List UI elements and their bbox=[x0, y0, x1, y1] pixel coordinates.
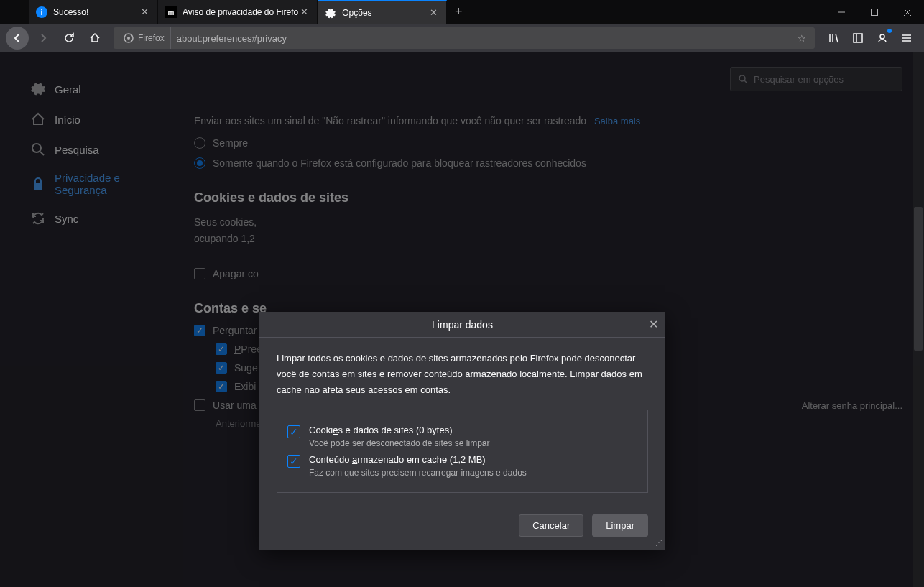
menu-button[interactable] bbox=[895, 27, 918, 50]
resize-handle[interactable]: ⋰ bbox=[655, 539, 662, 547]
svg-point-15 bbox=[880, 34, 884, 39]
tab-title: Opções bbox=[342, 8, 428, 18]
svg-line-12 bbox=[836, 34, 838, 42]
url-text: about:preferences#privacy bbox=[171, 33, 793, 44]
checkbox-cookies[interactable]: ✓ bbox=[287, 425, 300, 438]
account-button[interactable] bbox=[871, 27, 894, 50]
home-button[interactable] bbox=[83, 27, 106, 50]
new-tab-button[interactable]: + bbox=[447, 0, 470, 24]
svg-text:m: m bbox=[168, 9, 175, 17]
dialog-title: Limpar dados bbox=[432, 319, 493, 331]
svg-rect-5 bbox=[872, 9, 878, 15]
firefox-icon bbox=[124, 33, 134, 43]
close-icon[interactable]: ✕ bbox=[139, 6, 150, 18]
opt-cookies-title: Cookies e dados de sites (0 bytes) bbox=[309, 425, 489, 435]
mozilla-icon: m bbox=[165, 6, 177, 18]
back-button[interactable] bbox=[6, 27, 29, 50]
opt-cache-sub: Faz com que sites precisem recarregar im… bbox=[309, 468, 527, 478]
checkbox-cache[interactable]: ✓ bbox=[287, 455, 300, 468]
close-icon[interactable]: ✕ bbox=[428, 7, 439, 19]
tab-title: Aviso de privacidade do Firefo bbox=[183, 7, 298, 17]
minimize-button[interactable] bbox=[825, 0, 858, 24]
svg-point-9 bbox=[127, 37, 130, 40]
info-icon: i bbox=[36, 6, 47, 18]
forward-button[interactable] bbox=[32, 27, 55, 50]
library-button[interactable] bbox=[822, 27, 845, 50]
clear-data-dialog: Limpar dados ✕ Limpar todos os cookies e… bbox=[259, 312, 665, 550]
close-icon[interactable]: ✕ bbox=[298, 6, 310, 18]
dialog-body-text: Limpar todos os cookies e dados de sites… bbox=[277, 351, 648, 398]
opt-cache-title: Conteúdo armazenado em cache (1,2 MB) bbox=[309, 454, 527, 465]
opt-cookies-sub: Você pode ser desconectado de sites se l… bbox=[309, 438, 489, 448]
cancel-button[interactable]: Cancelar bbox=[519, 514, 583, 537]
tab-aviso[interactable]: m Aviso de privacidade do Firefo ✕ bbox=[158, 0, 318, 24]
bookmark-star-icon[interactable]: ☆ bbox=[793, 33, 810, 44]
reload-button[interactable] bbox=[57, 27, 80, 50]
tab-title: Sucesso! bbox=[53, 7, 139, 17]
gear-icon bbox=[325, 7, 336, 19]
tab-sucesso[interactable]: i Sucesso! ✕ bbox=[29, 0, 158, 24]
url-bar[interactable]: Firefox about:preferences#privacy ☆ bbox=[114, 27, 815, 49]
svg-rect-13 bbox=[854, 34, 862, 42]
sidebar-button[interactable] bbox=[846, 27, 869, 50]
maximize-button[interactable] bbox=[858, 0, 891, 24]
close-icon[interactable]: ✕ bbox=[649, 318, 658, 331]
tab-opcoes[interactable]: Opções ✕ bbox=[318, 0, 447, 24]
svg-text:i: i bbox=[40, 8, 42, 17]
identity-box[interactable]: Firefox bbox=[118, 27, 171, 49]
close-window-button[interactable] bbox=[891, 0, 924, 24]
clear-button[interactable]: Limpar bbox=[592, 514, 648, 537]
